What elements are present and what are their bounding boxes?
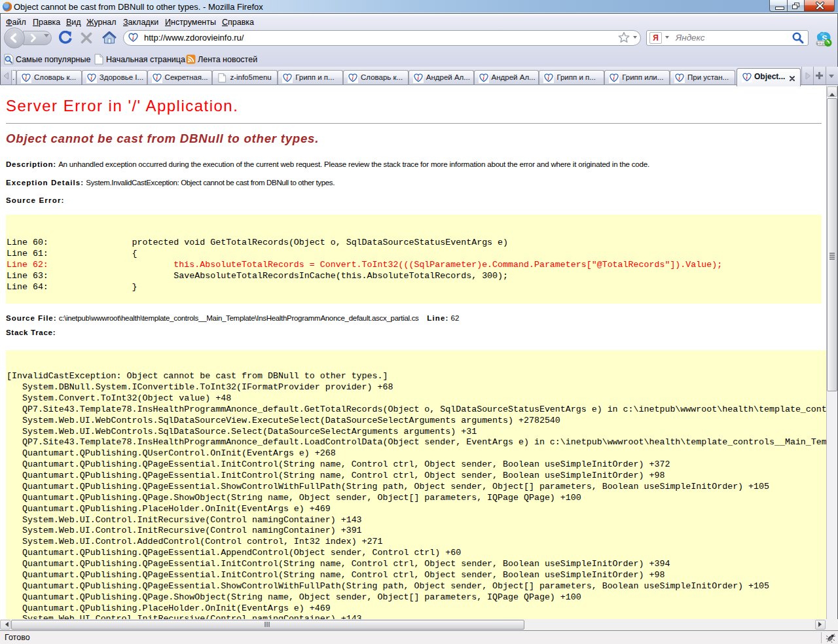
svg-text:i: i	[132, 35, 134, 41]
svg-text:123: 123	[817, 41, 826, 46]
